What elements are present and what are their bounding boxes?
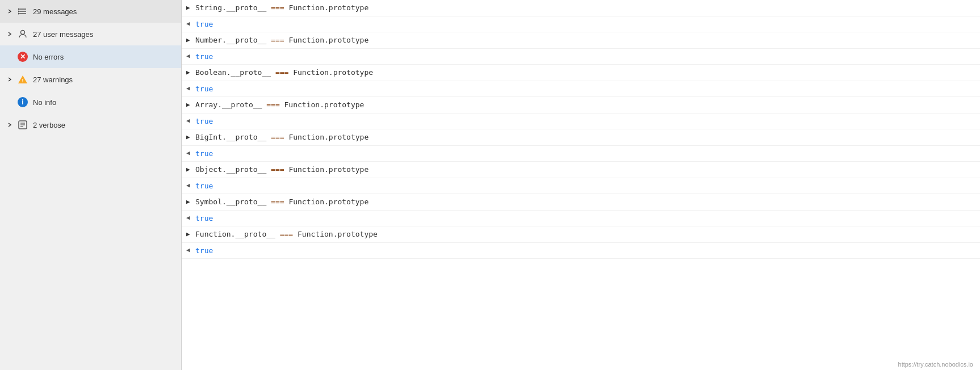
chevron-right-icon-3 xyxy=(7,77,12,82)
svg-point-4 xyxy=(18,11,19,12)
sidebar-item-messages[interactable]: 29 messages xyxy=(0,0,181,23)
sidebar: 29 messages 27 user messages ✕ No errors xyxy=(0,0,182,370)
result-arrow-8: ◀ xyxy=(186,246,195,255)
sidebar-item-warnings-label: 27 warnings xyxy=(33,75,73,84)
console-result-array: true xyxy=(195,116,213,127)
console-result-string: true xyxy=(195,19,213,30)
console-expr-object: Object.__proto__ === Function.prototype xyxy=(195,164,971,175)
console-row-boolean-expr[interactable]: ▶ Boolean.__proto__ === Function.prototy… xyxy=(182,65,980,81)
console-row-boolean-result[interactable]: ◀ true xyxy=(182,81,980,98)
chevron-placeholder-2 xyxy=(7,99,12,105)
result-arrow-4: ◀ xyxy=(186,116,195,126)
expand-arrow-1[interactable]: ▶ xyxy=(186,3,195,13)
console-row-array-result[interactable]: ◀ true xyxy=(182,113,980,130)
svg-point-3 xyxy=(18,9,19,10)
expand-arrow-4[interactable]: ▶ xyxy=(186,100,195,110)
console-expr-symbol: Symbol.__proto__ === Function.prototype xyxy=(195,196,971,208)
error-icon: ✕ xyxy=(17,51,28,62)
result-arrow-1: ◀ xyxy=(186,19,195,29)
console-row-object-expr[interactable]: ▶ Object.__proto__ === Function.prototyp… xyxy=(182,162,980,178)
console-expr-string: String.__proto__ === Function.prototype xyxy=(195,2,971,14)
console-row-function-expr[interactable]: ▶ Function.__proto__ === Function.protot… xyxy=(182,226,980,243)
expand-arrow-2[interactable]: ▶ xyxy=(186,36,195,45)
console-row-object-result[interactable]: ◀ true xyxy=(182,178,980,195)
status-bar: https://try.catch.nobodics.io xyxy=(898,361,973,368)
sidebar-item-verbose-label: 2 verbose xyxy=(33,121,65,129)
result-arrow-5: ◀ xyxy=(186,149,195,158)
svg-text:!: ! xyxy=(22,78,24,83)
result-arrow-6: ◀ xyxy=(186,181,195,191)
svg-point-5 xyxy=(18,13,19,15)
expand-arrow-3[interactable]: ▶ xyxy=(186,68,195,78)
sidebar-item-info[interactable]: i No info xyxy=(0,91,181,113)
console-result-boolean: true xyxy=(195,83,213,95)
console-row-bigint-expr[interactable]: ▶ BigInt.__proto__ === Function.prototyp… xyxy=(182,129,980,146)
sidebar-item-user-messages-label: 27 user messages xyxy=(33,30,93,39)
console-result-number: true xyxy=(195,51,213,62)
verbose-icon xyxy=(17,119,28,131)
expand-arrow-5[interactable]: ▶ xyxy=(186,133,195,142)
console-row-number-result[interactable]: ◀ true xyxy=(182,49,980,65)
console-row-string-result[interactable]: ◀ true xyxy=(182,16,980,33)
sidebar-item-errors[interactable]: ✕ No errors xyxy=(0,45,181,68)
sidebar-item-messages-label: 29 messages xyxy=(33,7,77,16)
sidebar-item-user-messages[interactable]: 27 user messages xyxy=(0,23,181,45)
console-row-symbol-expr[interactable]: ▶ Symbol.__proto__ === Function.prototyp… xyxy=(182,194,980,211)
console-row-bigint-result[interactable]: ◀ true xyxy=(182,146,980,162)
console-result-function: true xyxy=(195,245,213,257)
user-icon xyxy=(17,28,28,40)
console-row-symbol-result[interactable]: ◀ true xyxy=(182,211,980,227)
console-row-number-expr[interactable]: ▶ Number.__proto__ === Function.prototyp… xyxy=(182,32,980,49)
console-panel: ▶ String.__proto__ === Function.prototyp… xyxy=(182,0,980,370)
messages-icon xyxy=(17,6,28,17)
console-result-object: true xyxy=(195,180,213,192)
chevron-right-icon-2 xyxy=(7,31,12,37)
console-result-symbol: true xyxy=(195,213,213,224)
expand-arrow-8[interactable]: ▶ xyxy=(186,230,195,239)
sidebar-item-info-label: No info xyxy=(33,98,56,107)
console-expr-boolean: Boolean.__proto__ === Function.prototype xyxy=(195,67,971,78)
console-expr-function: Function.__proto__ === Function.prototyp… xyxy=(195,229,971,240)
console-row-string-expr[interactable]: ▶ String.__proto__ === Function.prototyp… xyxy=(182,0,980,16)
result-arrow-7: ◀ xyxy=(186,213,195,223)
svg-point-6 xyxy=(21,31,25,35)
chevron-right-icon-4 xyxy=(7,122,12,128)
chevron-placeholder xyxy=(7,54,12,60)
console-expr-array: Array.__proto__ === Function.prototype xyxy=(195,99,971,111)
expand-arrow-6[interactable]: ▶ xyxy=(186,165,195,175)
status-text: https://try.catch.nobodics.io xyxy=(898,361,973,368)
info-icon: i xyxy=(17,96,28,108)
result-arrow-3: ◀ xyxy=(186,84,195,94)
expand-arrow-7[interactable]: ▶ xyxy=(186,197,195,207)
result-arrow-2: ◀ xyxy=(186,52,195,61)
console-row-array-expr[interactable]: ▶ Array.__proto__ === Function.prototype xyxy=(182,97,980,113)
console-row-function-result[interactable]: ◀ true xyxy=(182,243,980,259)
chevron-right-icon xyxy=(7,9,12,14)
sidebar-item-errors-label: No errors xyxy=(33,53,64,61)
sidebar-item-warnings[interactable]: ! 27 warnings xyxy=(0,68,181,91)
warning-icon: ! xyxy=(17,74,28,85)
sidebar-item-verbose[interactable]: 2 verbose xyxy=(0,113,181,136)
console-expr-number: Number.__proto__ === Function.prototype xyxy=(195,35,971,46)
console-expr-bigint: BigInt.__proto__ === Function.prototype xyxy=(195,132,971,143)
console-result-bigint: true xyxy=(195,148,213,159)
